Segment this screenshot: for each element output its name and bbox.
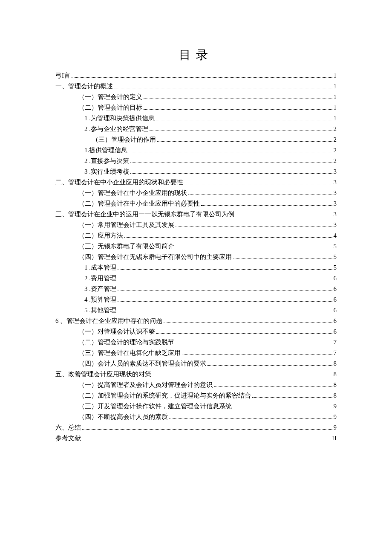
toc-entry-text: （二）管理会计的目标 (78, 105, 142, 111)
toc-entry-text: （四）会计人员的素质达不到管理会计的要求 (78, 360, 206, 367)
toc-leader-dots (176, 344, 332, 344)
toc-entry: （四）会计人员的素质达不到管理会计的要求8 (55, 360, 337, 367)
toc-leader-dots (156, 333, 332, 334)
toc-leader-dots (169, 418, 332, 419)
toc-entry-page: 6 (334, 286, 337, 292)
toc-leader-dots (164, 323, 332, 323)
toc-leader-dots (118, 301, 332, 302)
toc-leader-dots (153, 376, 332, 376)
toc-entry: （一）提高管理者及会计人员对管理会计的意识8 (55, 382, 337, 388)
toc-entry-text: （二）管理会计在中小企业应用中的必要性 (78, 200, 200, 207)
toc-leader-dots (118, 269, 332, 270)
toc-entry-text: （二）应用方法 (78, 232, 123, 239)
toc-entry: 2 .费用管理 6 (55, 275, 337, 282)
toc-leader-dots (176, 227, 332, 227)
toc-entry-text: 6 、管理会计在企业应用中存在的问题 (55, 318, 162, 324)
toc-entry-page: 9 (334, 424, 337, 431)
toc-leader-dots (72, 77, 332, 78)
toc-leader-dots (130, 163, 332, 163)
toc-leader-dots (129, 152, 332, 152)
toc-leader-dots (114, 88, 332, 88)
toc-entry-page: 1 (334, 105, 337, 111)
toc-leader-dots (118, 312, 332, 312)
toc-entry-page: 9 (334, 414, 337, 420)
toc-leader-dots (208, 365, 332, 366)
toc-entry-text: （四）不断提高会计人员的素质 (78, 414, 168, 420)
toc-entry-text: （二）加强管理会计的系统研究，促进理论与实务的紧密结合 (78, 392, 251, 399)
toc-entry-page: 9 (334, 403, 337, 410)
toc-leader-dots (233, 408, 332, 408)
toc-entry-text: 2 .直接参与决策 (84, 158, 129, 164)
toc-entry-text: 4 .预算管理 (84, 296, 116, 303)
toc-entry: 五、改善管理会计应用现状的对策8 (55, 371, 337, 378)
toc-entry-page: 7 (334, 350, 337, 356)
toc-entry-text: 1 .为管理和决策提供信息 (84, 115, 155, 122)
toc-entry-text: （一）常用管理会计工具及其发展 (78, 222, 174, 228)
toc-leader-dots (252, 397, 332, 398)
toc-entry-text: （三）无锡东群电子有限公司简介 (78, 243, 174, 250)
toc-entry-text: 五、改善管理会计应用现状的对策 (55, 371, 151, 378)
toc-entry-text: 5 .其他管理 (84, 307, 116, 314)
toc-leader-dots (82, 429, 332, 430)
toc-entry-text: （一）管理会计的定义 (78, 94, 142, 100)
toc-entry: 三、管理会计在企业中的运用一一以无锡东群电子有限公司为例3 (55, 211, 337, 218)
toc-leader-dots (188, 195, 332, 195)
toc-entry-text: 弓I言 (55, 73, 70, 79)
toc-entry: （二）加强管理会计的系统研究，促进理论与实务的紧密结合8 (55, 392, 337, 399)
toc-entry: 4 .预算管理 6 (55, 296, 337, 303)
toc-leader-dots (233, 259, 332, 259)
toc-entry-page: 1 (334, 73, 337, 79)
toc-entry-page: 6 (334, 296, 337, 303)
toc-entry-page: 1 (334, 94, 337, 100)
toc-leader-dots (184, 184, 332, 184)
toc-leader-dots (82, 440, 331, 440)
table-of-contents: 弓I言1一、管理会计的概述1（一）管理会计的定义1（二）管理会计的目标11 .为… (55, 73, 337, 442)
toc-entry-text: 2 .费用管理 (84, 275, 116, 282)
toc-entry-page: 7 (334, 339, 337, 346)
toc-entry-text: 1 .成本管理 (84, 264, 116, 271)
toc-entry: （三）管理会计的作用 2 (55, 137, 337, 143)
toc-entry-text: 参考文献 (55, 435, 81, 442)
toc-entry-page: 6 (334, 328, 337, 335)
toc-entry: （二）管理会计的目标1 (55, 105, 337, 111)
toc-entry-page: 2 (334, 126, 337, 132)
toc-entry-text: 1.提供管理信息 (84, 147, 127, 154)
toc-entry: （四）不断提高会计人员的素质9 (55, 414, 337, 420)
toc-entry-page: 3 (334, 200, 337, 207)
toc-leader-dots (156, 120, 332, 120)
toc-entry-page: 6 (334, 318, 337, 324)
toc-entry-page: H (332, 435, 337, 442)
toc-entry: 1 .为管理和决策提供信息1 (55, 115, 337, 122)
toc-entry-page: 8 (334, 360, 337, 367)
toc-entry-page: 3 (334, 179, 337, 186)
toc-entry-page: 2 (334, 137, 337, 143)
toc-leader-dots (182, 355, 332, 355)
toc-leader-dots (236, 216, 332, 216)
toc-entry-text: 3 .实行业绩考核 (84, 169, 129, 175)
toc-entry: 3 .资产管理 6 (55, 286, 337, 292)
toc-entry-text: 3 .资产管理 (84, 286, 116, 292)
toc-entry: 6 、管理会计在企业应用中存在的问题 6 (55, 318, 337, 324)
toc-entry: （二）管理会计在中小企业应用中的必要性3 (55, 200, 337, 207)
toc-entry: （三）管理会计在电算化中缺乏应用7 (55, 350, 337, 356)
toc-entry-text: （二）管理会计的理论与实践脱节 (78, 339, 174, 346)
toc-entry-page: 2 (334, 158, 337, 164)
toc-leader-dots (124, 237, 332, 238)
toc-entry-text: 一、管理会计的概述 (55, 83, 113, 90)
toc-entry-text: （三）管理会计在电算化中缺乏应用 (78, 350, 181, 356)
toc-entry-text: 2 .参与企业的经营管理 (84, 126, 148, 132)
toc-entry-text: （三）管理会计的作用 (92, 137, 156, 143)
toc-entry: 弓I言1 (55, 73, 337, 79)
toc-entry-page: 5 (334, 243, 337, 250)
toc-entry: 1 .成本管理5 (55, 264, 337, 271)
toc-entry: （三）无锡东群电子有限公司简介5 (55, 243, 337, 250)
toc-entry: 5 .其他管理 6 (55, 307, 337, 314)
toc-entry-page: 5 (334, 254, 337, 260)
toc-entry-page: 3 (334, 190, 337, 196)
toc-entry: 一、管理会计的概述1 (55, 83, 337, 90)
toc-entry-page: 1 (334, 115, 337, 122)
toc-entry-page: 3 (334, 211, 337, 218)
toc-entry: 六、总结9 (55, 424, 337, 431)
page-title: 目录 (55, 47, 337, 63)
toc-entry-text: （一）对管理会计认识不够 (78, 328, 155, 335)
